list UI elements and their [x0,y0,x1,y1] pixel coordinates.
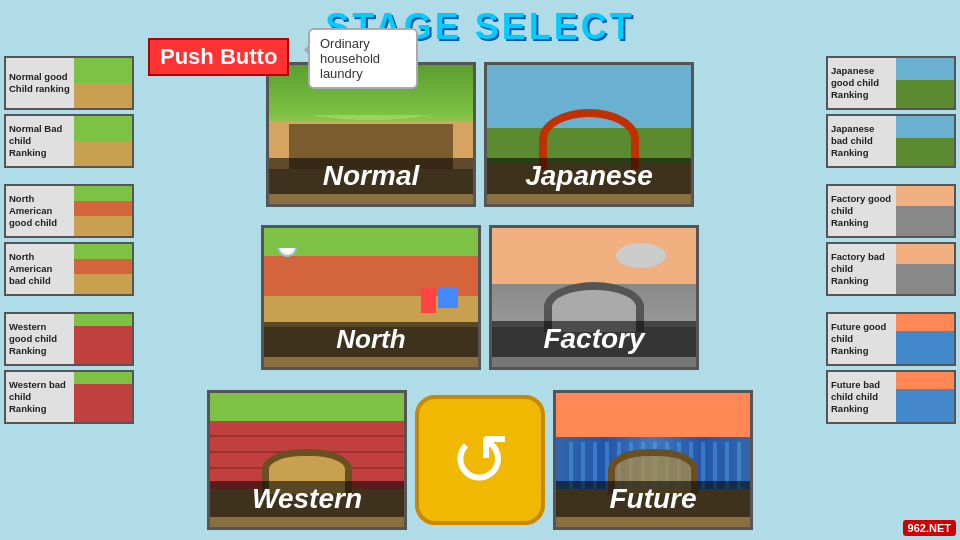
sidebar-item-western-bad[interactable]: Western bad child Ranking [4,370,134,424]
stage-japanese[interactable]: Japanese [484,62,694,207]
watermark: 962.NET [903,520,956,536]
stage-future[interactable]: Future [553,390,753,530]
sidebar-left: Normal good Child ranking Normal Bad chi… [0,52,138,540]
center-area: Normal Japanese 🕐 [138,52,822,540]
sidebar-item-north-good[interactable]: North American good child [4,184,134,238]
sidebar-item-japanese-good[interactable]: Japanese good child Ranking [826,56,956,110]
sidebar-item-normal-bad[interactable]: Normal Bad child Ranking [4,114,134,168]
stage-row-1: Normal Japanese [144,56,816,213]
sidebar-item-future-good[interactable]: Future good child Ranking [826,312,956,366]
reload-icon: ↺ [450,424,510,496]
reload-button[interactable]: ↺ [415,395,545,525]
sidebar-item-factory-bad[interactable]: Factory bad child Ranking [826,242,956,296]
sidebar-item-factory-good[interactable]: Factory good child Ranking [826,184,956,238]
sidebar-right: Japanese good child Ranking Japanese bad… [822,52,960,540]
stage-western[interactable]: Western [207,390,407,530]
sidebar-item-north-bad[interactable]: North American bad child [4,242,134,296]
cloud-decoration [616,243,666,268]
stage-factory[interactable]: Factory [489,225,699,370]
page-title: STAGE SELECT [0,0,960,52]
sidebar-item-western-good[interactable]: Western good child Ranking [4,312,134,366]
clock-icon: 🕐 [276,236,298,258]
stage-north[interactable]: 🕐 North [261,225,481,370]
stage-row-3: Western ↺ Future [144,381,816,538]
sidebar-item-future-bad[interactable]: Future bad child child Ranking [826,370,956,424]
push-button-area: Push Butto Ordinary household laundry [148,38,289,76]
sidebar-item-japanese-bad[interactable]: Japanese bad child Ranking [826,114,956,168]
sidebar-item-normal-good[interactable]: Normal good Child ranking [4,56,134,110]
push-button-label[interactable]: Push Butto [148,38,289,76]
stage-row-2: 🕐 North Factory [144,219,816,376]
tooltip-bubble: Ordinary household laundry [308,28,418,89]
